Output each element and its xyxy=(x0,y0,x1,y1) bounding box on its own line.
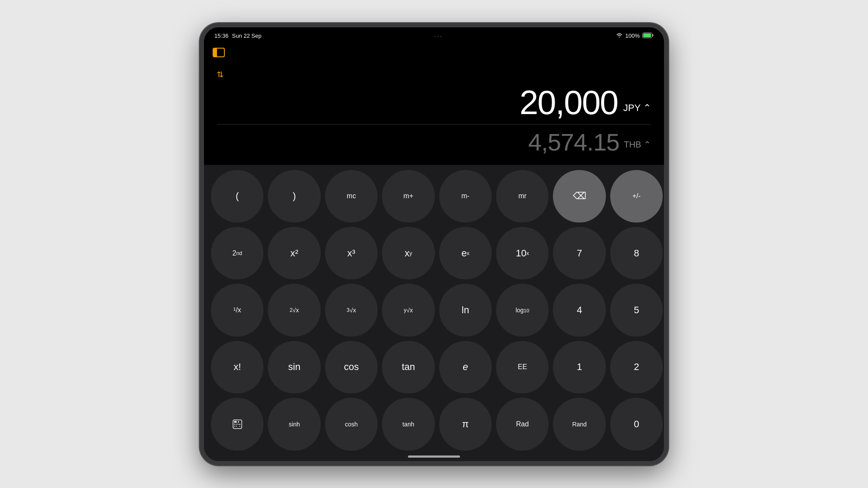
sort-icon[interactable]: ⇅ xyxy=(217,70,224,79)
secondary-currency[interactable]: THB ⌃ xyxy=(624,140,651,149)
svg-rect-3 xyxy=(234,421,237,422)
x-squared-button[interactable]: x² xyxy=(268,227,320,279)
percent-button[interactable]: % xyxy=(667,170,668,223)
svg-rect-9 xyxy=(236,426,237,426)
button-row-2: 2nd x² x³ xy ex 10x 7 8 9 × xyxy=(211,227,657,279)
sinh-button[interactable]: sinh xyxy=(268,398,320,450)
svg-rect-1 xyxy=(643,33,651,37)
button-row-4: x! sin cos tan e EE 1 2 3 + xyxy=(211,341,657,393)
status-left: 15:36 Sun 22 Sep xyxy=(214,33,262,39)
ee-button[interactable]: EE xyxy=(496,341,549,393)
x-cubed-button[interactable]: x³ xyxy=(325,227,378,279)
display-divider xyxy=(217,124,651,124)
x-to-y-button[interactable]: xy xyxy=(382,227,434,279)
euler-button[interactable]: e xyxy=(439,341,492,393)
button-row-1: ( ) mc m+ m- mr ⌫ +/- % ÷ xyxy=(211,170,657,223)
dots: ··· xyxy=(434,33,443,39)
one-button[interactable]: 1 xyxy=(553,341,605,393)
svg-rect-4 xyxy=(238,421,239,422)
factorial-button[interactable]: x! xyxy=(211,341,263,393)
log10-button[interactable]: log10 xyxy=(496,284,549,336)
calc-area: ( ) mc m+ m- mr ⌫ +/- % ÷ 2nd x² x³ xy e… xyxy=(204,165,664,461)
rand-button[interactable]: Rand xyxy=(553,398,605,450)
status-bar: 15:36 Sun 22 Sep ··· 100% xyxy=(204,27,664,43)
wifi-icon xyxy=(616,33,623,39)
display-area: ⇅ 20,000 JPY ⌃ 4,574.15 THB ⌃ xyxy=(204,62,664,165)
second-button[interactable]: 2nd xyxy=(211,227,263,279)
sidebar-toggle-button[interactable] xyxy=(213,48,225,57)
primary-display: 20,000 JPY ⌃ xyxy=(217,83,651,122)
svg-rect-6 xyxy=(236,424,237,425)
two-button[interactable]: 2 xyxy=(610,341,663,393)
tan-button[interactable]: tan xyxy=(382,341,434,393)
secondary-value: 4,574.15 xyxy=(528,128,619,156)
date: Sun 22 Sep xyxy=(232,33,262,39)
nine-button[interactable]: 9 xyxy=(667,227,668,279)
three-button[interactable]: 3 xyxy=(667,341,668,393)
sin-button[interactable]: sin xyxy=(268,341,320,393)
five-button[interactable]: 5 xyxy=(610,284,663,336)
ten-to-x-button[interactable]: 10x xyxy=(496,227,549,279)
reciprocal-button[interactable]: ¹/x xyxy=(211,284,263,336)
cbrt-button[interactable]: 3√x xyxy=(325,284,378,336)
status-right: 100% xyxy=(616,33,654,39)
seven-button[interactable]: 7 xyxy=(553,227,605,279)
rad-button[interactable]: Rad xyxy=(496,398,549,450)
six-button[interactable]: 6 xyxy=(667,284,668,336)
battery-percent: 100% xyxy=(625,33,640,39)
svg-rect-7 xyxy=(237,424,238,425)
toolbar xyxy=(204,43,664,62)
svg-rect-5 xyxy=(234,424,235,425)
mr-button[interactable]: mr xyxy=(496,170,549,223)
primary-currency[interactable]: JPY ⌃ xyxy=(623,102,651,113)
svg-rect-11 xyxy=(238,425,241,426)
decimal-button[interactable]: . xyxy=(667,398,668,450)
pi-button[interactable]: π xyxy=(439,398,492,450)
sqrt-button[interactable]: 2√x xyxy=(268,284,320,336)
home-indicator xyxy=(408,455,460,458)
side-button xyxy=(667,201,668,218)
yth-root-button[interactable]: y√x xyxy=(382,284,434,336)
cos-button[interactable]: cos xyxy=(325,341,378,393)
primary-value: 20,000 xyxy=(519,83,618,121)
open-paren-button[interactable]: ( xyxy=(211,170,263,223)
ipad-frame: 15:36 Sun 22 Sep ··· 100% xyxy=(200,23,668,465)
zero-button[interactable]: 0 xyxy=(610,398,663,450)
m-minus-button[interactable]: m- xyxy=(439,170,492,223)
four-button[interactable]: 4 xyxy=(553,284,605,336)
battery-icon xyxy=(642,33,654,39)
tanh-button[interactable]: tanh xyxy=(382,398,434,450)
button-row-5: sinh cosh tanh π Rad Rand 0 . = xyxy=(211,398,657,450)
close-paren-button[interactable]: ) xyxy=(268,170,320,223)
backspace-button[interactable]: ⌫ xyxy=(553,170,605,223)
calc-icon-button[interactable] xyxy=(211,398,263,450)
e-to-x-button[interactable]: ex xyxy=(439,227,492,279)
m-plus-button[interactable]: m+ xyxy=(382,170,434,223)
time: 15:36 xyxy=(214,33,229,39)
button-row-3: ¹/x 2√x 3√x y√x ln log10 4 5 6 − xyxy=(211,284,657,336)
cosh-button[interactable]: cosh xyxy=(325,398,378,450)
secondary-display: 4,574.15 THB ⌃ xyxy=(217,128,651,156)
ln-button[interactable]: ln xyxy=(439,284,492,336)
eight-button[interactable]: 8 xyxy=(610,227,663,279)
mc-button[interactable]: mc xyxy=(325,170,378,223)
status-center: ··· xyxy=(434,33,443,39)
plus-minus-button[interactable]: +/- xyxy=(610,170,663,223)
svg-rect-8 xyxy=(234,426,235,426)
